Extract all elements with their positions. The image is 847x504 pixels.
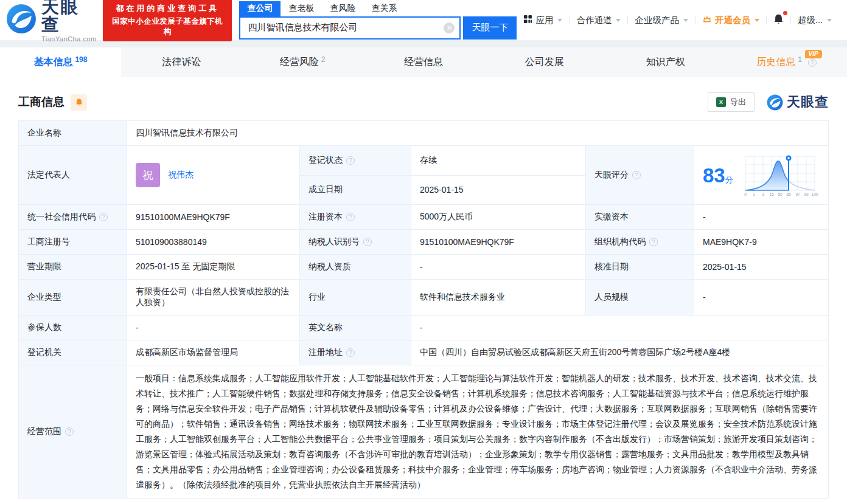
nav-vip[interactable]: 开通会员 [695,15,766,26]
taxpayer-quality-value: - [411,255,586,280]
field-label: 天眼评分 [586,146,694,205]
tab-history-info[interactable]: 历史信息 1 VIP [726,47,847,77]
tab-basic-info[interactable]: 基本信息 198 [0,47,121,77]
tab-label: 基本信息 [33,56,72,69]
tab-intellectual-property[interactable]: 知识产权 [605,47,726,77]
field-label: 注册资本 [300,205,411,230]
search-button[interactable]: 天眼一下 [463,16,517,40]
english-name-value: - [411,316,829,340]
promo-banner: 都在用的商业查询工具 国家中小企业发展子基金旗下机构 [103,0,232,41]
tab-legal-proceedings[interactable]: 法律诉讼 [121,47,242,77]
credit-code-value: 91510100MAE9HQK79F [127,205,300,230]
help-icon[interactable] [346,213,355,221]
tab-count: 198 [75,55,87,64]
search-tab-risk[interactable]: 查风险 [322,1,363,16]
search-tab-boss[interactable]: 查老板 [281,1,322,16]
help-icon[interactable] [808,58,817,67]
help-icon[interactable] [346,156,355,165]
help-icon[interactable] [363,238,372,246]
tianyancha-logo-icon [767,94,783,111]
brand-domain: TianYanCha.com [41,35,97,43]
chevron-down-icon [683,19,688,22]
chevron-down-icon [755,19,759,22]
org-code-value: MAE9HQK7-9 [694,230,829,255]
svg-text:0: 0 [744,192,747,196]
business-info-table: 企业名称 四川智讯信息技术有限公司 法定代表人 祝 祝伟杰 登记状态 存续 天眼… [18,120,829,499]
promo-line1: 都在用的商业查询工具 [109,3,226,14]
taxpayer-id-value: 91510100MAE9HQK79F [411,230,586,255]
nav-account[interactable]: 超级... [791,15,838,26]
reg-address-value: 中国（四川）自由贸易试验区成都高新区天府五街200号菁蓉国际广场2号楼A座4楼 [411,340,829,365]
svg-text:100: 100 [812,192,818,196]
tab-business-info[interactable]: 经营信息 [363,47,484,77]
field-label: 经营范围 [19,365,127,499]
nav-apps-label: 应用 [535,15,553,26]
nav-enterprise[interactable]: 企业级产品 [628,15,695,26]
search-input[interactable] [239,16,461,40]
notification-bell[interactable] [767,13,790,27]
crown-icon [702,15,712,26]
chevron-down-icon [616,19,621,22]
search-tabs: 查公司 查老板 查风险 查关系 [239,1,517,16]
legal-rep-cell: 祝 祝伟杰 [127,146,300,205]
field-label: 统一社会信用代码 [19,205,127,230]
tianyancha-logo[interactable]: 天眼查 TianYanCha.com [6,0,97,43]
tab-company-development[interactable]: 公司发展 [484,47,605,77]
field-label: 英文名称 [300,316,411,340]
nav-apps[interactable]: 应用 [517,15,569,26]
help-icon[interactable] [99,213,108,221]
tab-count: 1 [798,55,802,64]
chevron-down-icon [557,19,562,22]
table-row: 企业类型 有限责任公司（非自然人投资或控股的法人独资） 行业 软件和信息技术服务… [19,280,829,316]
search-tab-company[interactable]: 查公司 [239,1,281,16]
main-content: 工商信息 X 导出 天眼查 [0,92,847,499]
field-label: 企业名称 [19,121,127,146]
tab-label: 历史信息 [756,56,795,69]
promo-line2: 国家中小企业发展子基金旗下机构 [109,16,226,37]
help-icon[interactable] [632,171,641,179]
legal-rep-link[interactable]: 祝伟杰 [168,170,193,181]
tab-label: 法律诉讼 [162,56,201,69]
watermark-logo: 天眼查 [767,93,829,111]
export-label: 导出 [730,97,746,108]
field-label: 成立日期 [300,175,411,205]
table-row: 经营范围 一般项目：信息系统集成服务；人工智能应用软件开发；人工智能基础软件开发… [19,365,829,499]
svg-text:97: 97 [795,192,800,196]
table-row: 登记机关 成都高新区市场监督管理局 注册地址 中国（四川）自由贸易试验区成都高新… [19,340,829,365]
reg-number-value: 510109003880149 [127,230,300,255]
field-label: 法定代表人 [19,146,127,205]
reg-authority-value: 成都高新区市场监督管理局 [127,340,300,365]
tab-operation-risk[interactable]: 经营风险 2 [242,47,363,77]
tab-label: 经营风险 [280,56,319,69]
company-type-value: 有限责任公司（非自然人投资或控股的法人独资） [127,280,300,316]
field-label: 实缴资本 [586,205,694,230]
clear-icon[interactable]: ✕ [444,22,455,33]
nav-account-label: 超级... [798,15,823,26]
svg-text:3: 3 [762,192,764,196]
field-label: 纳税人识别号 [300,230,411,255]
tianyancha-logo-icon [6,4,37,36]
svg-text:85: 85 [786,192,791,196]
field-label: 行业 [300,280,411,316]
top-header: 天眼查 TianYanCha.com 都在用的商业查询工具 国家中小企业发展子基… [0,0,847,40]
vip-badge: VIP [805,50,822,58]
help-icon[interactable] [649,238,658,246]
svg-text:1: 1 [753,192,755,196]
nav-partner[interactable]: 合作通道 [570,15,627,26]
field-label: 企业类型 [19,280,127,316]
tab-count: 2 [321,55,326,64]
help-icon[interactable] [346,348,355,357]
tab-label: 公司发展 [525,56,564,69]
staff-size-value: - [694,280,829,316]
grid-icon [523,15,532,26]
subscribe-bell-button[interactable] [71,94,87,111]
notification-dot [783,11,787,15]
avatar[interactable]: 祝 [136,163,160,187]
header-separator [0,40,847,47]
insured-count-value: - [127,316,300,340]
chevron-down-icon [827,19,832,22]
search-tab-relation[interactable]: 查关系 [363,1,405,16]
export-button[interactable]: X 导出 [708,92,755,112]
score-cell: 83分 [694,146,829,205]
help-icon[interactable] [65,427,74,436]
